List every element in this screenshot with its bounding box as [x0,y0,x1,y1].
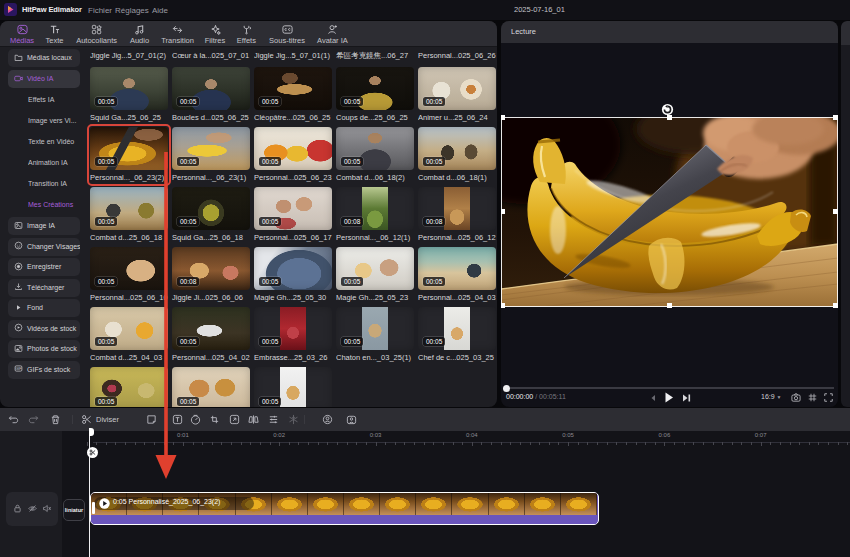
svg-text:GIF: GIF [15,367,22,371]
